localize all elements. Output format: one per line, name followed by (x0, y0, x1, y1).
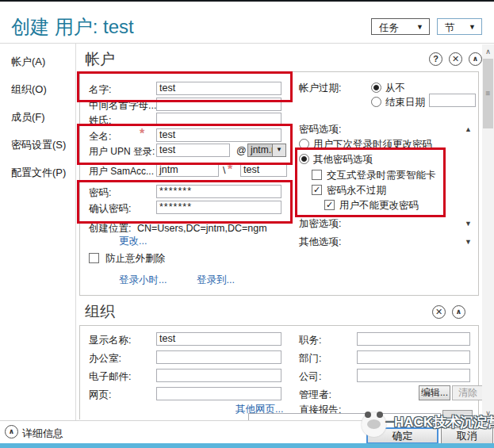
full-name-label: 全名: (89, 130, 111, 144)
change-location-link[interactable]: 更改... (119, 235, 147, 248)
collapse-icon[interactable]: ∧ (469, 52, 482, 66)
create-user-dialog: 创建 用户: test 任务 ▼ 节 ▼ 帐户(A) 组织(O) 成员(F) 密… (0, 0, 494, 448)
password-input[interactable]: ******* (156, 185, 281, 198)
cannot-change-label: 用户不能更改密码 (339, 199, 419, 213)
expiry-never-label: 从不 (385, 82, 405, 95)
sidebar-item-members[interactable]: 成员(F) (11, 110, 45, 124)
logo-ear-right (377, 412, 383, 418)
first-name-input[interactable]: test (156, 82, 281, 95)
password-label: 密码: (89, 186, 111, 200)
account-heading: 帐户 (85, 49, 115, 70)
page-title: 创建 用户: test (11, 14, 134, 40)
department-input[interactable] (357, 350, 470, 364)
end-date-input[interactable] (429, 94, 476, 107)
middle-initial-input[interactable] (156, 98, 281, 111)
manager-label: 管理者: (299, 389, 331, 402)
smart-card-label: 交互式登录时需要智能卡 (327, 169, 436, 182)
sidebar-item-password-settings[interactable]: 密码设置(S) (11, 138, 66, 152)
tasks-dropdown-label: 任务 (379, 21, 399, 35)
upn-domain-dropdown-button[interactable]: ▼ (272, 144, 286, 157)
expiry-end-date-radio[interactable] (371, 97, 381, 107)
tasks-dropdown[interactable]: 任务 ▼ (371, 18, 430, 35)
logon-hours-link[interactable]: 登录小时... (119, 274, 167, 287)
chevron-down-icon: ▼ (469, 23, 476, 31)
logo-face (367, 419, 381, 429)
chevron-down-icon[interactable]: ▼ (465, 238, 472, 246)
must-change-radio[interactable] (299, 139, 309, 149)
sam-name-input[interactable]: test (240, 163, 287, 177)
scrollbar-thumb[interactable]: ≡ (483, 59, 493, 128)
department-label: 部门: (299, 352, 321, 366)
sam-account-label: 用户 SamAcc... (89, 165, 154, 178)
collapse-icon[interactable]: ∧ (452, 305, 465, 319)
chevron-down-icon[interactable]: ▼ (465, 220, 472, 228)
confirm-password-input[interactable]: ******* (156, 201, 281, 214)
logo-ear-left (365, 412, 371, 418)
smart-card-checkbox[interactable] (312, 170, 322, 180)
organization-heading: 组织 (85, 301, 115, 322)
at-sign: @ (236, 145, 247, 156)
office-input[interactable] (156, 350, 281, 364)
protect-delete-label: 防止意外删除 (105, 252, 165, 266)
web-page-label: 网页: (89, 389, 111, 402)
scrollbar-grip-icon: ≡ (486, 89, 491, 98)
cannot-change-checkbox[interactable]: ✓ (324, 200, 335, 210)
full-name-input[interactable]: test (156, 128, 281, 142)
expiry-never-radio[interactable] (371, 82, 381, 93)
company-label: 公司: (299, 370, 321, 384)
watermark-text: HACK技术沉淀营 (394, 413, 494, 431)
watermark-logo-icon (362, 412, 386, 437)
display-name-input[interactable]: test (156, 332, 281, 346)
expiry-label: 帐户过期: (299, 82, 341, 95)
close-icon[interactable]: ✕ (449, 52, 462, 66)
web-page-input[interactable] (156, 387, 281, 400)
backslash-separator: \ (223, 165, 225, 176)
manager-clear-button[interactable]: 清除 (452, 385, 484, 400)
job-title-label: 职务: (299, 334, 321, 347)
confirm-password-label: 确认密码: (89, 202, 131, 216)
office-label: 办公室: (89, 352, 121, 366)
upn-domain-select[interactable]: jntm.n (247, 144, 273, 157)
must-change-label: 用户下次登录时须更改密码 (313, 138, 432, 151)
company-input[interactable] (357, 369, 470, 382)
sidebar-divider (75, 44, 76, 420)
protect-delete-checkbox[interactable] (89, 253, 99, 263)
display-name-label: 显示名称: (89, 334, 131, 347)
details-label: 详细信息 (22, 427, 63, 441)
required-asterisk-icon: * (140, 127, 144, 141)
help-icon[interactable]: ? (429, 52, 442, 66)
never-expires-checkbox[interactable]: ✓ (312, 185, 322, 195)
create-in-value: CN=Users,DC=jntm,DC=ngm (137, 223, 267, 234)
upn-logon-input[interactable]: test (156, 144, 230, 157)
bottom-accent-strip (0, 443, 494, 448)
job-title-input[interactable] (357, 332, 470, 346)
never-expires-label: 密码永不过期 (327, 184, 386, 197)
logon-to-link[interactable]: 登录到... (197, 274, 235, 287)
create-in-label: 创建位置: (89, 223, 131, 234)
surname-label: 姓氏: (89, 114, 111, 128)
required-asterisk-icon: * (228, 163, 232, 177)
create-in-row: 创建位置: CN=Users,DC=jntm,DC=ngm (89, 222, 267, 235)
details-expander-icon[interactable]: ∧ (5, 425, 18, 438)
sections-dropdown[interactable]: 节 ▼ (437, 18, 482, 35)
scroll-up-icon[interactable]: ∧ (482, 45, 494, 58)
other-options-label: 其他密码选项 (313, 153, 373, 167)
other-options-section-label: 其他选项: (299, 235, 341, 249)
other-options-radio[interactable] (299, 154, 309, 164)
password-options-label: 密码选项: (299, 123, 341, 136)
sections-dropdown-label: 节 (445, 21, 455, 35)
first-name-label: 名字: (89, 83, 111, 97)
chevron-up-icon[interactable]: ▲ (465, 125, 472, 133)
sam-domain-input[interactable]: jntm (156, 163, 219, 177)
upn-logon-label: 用户 UPN 登录: (89, 145, 155, 159)
close-icon[interactable]: ✕ (432, 305, 446, 319)
sidebar-item-profile[interactable]: 配置文件(P) (11, 166, 66, 180)
email-input[interactable] (156, 369, 281, 382)
sidebar-item-account[interactable]: 帐户(A) (11, 55, 45, 69)
header-divider (0, 43, 494, 44)
sidebar-item-organization[interactable]: 组织(O) (11, 82, 47, 97)
email-label: 电子邮件: (89, 370, 131, 384)
surname-input[interactable] (156, 113, 281, 126)
manager-edit-button[interactable]: 编辑... (419, 385, 450, 400)
chevron-down-icon: ▼ (416, 23, 423, 31)
